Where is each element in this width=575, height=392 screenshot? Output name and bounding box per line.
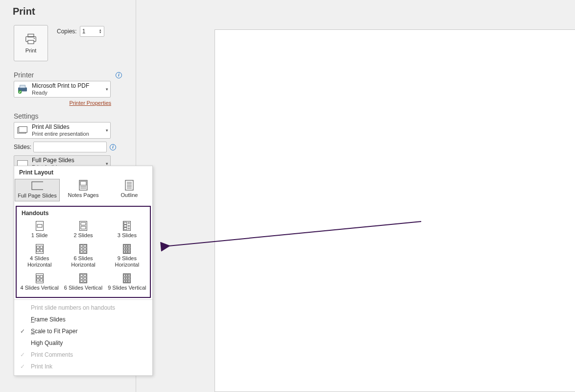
handout-6-horizontal[interactable]: 6 Slides Horizontal xyxy=(61,242,105,271)
handout-6h-icon xyxy=(78,244,89,254)
svg-rect-48 xyxy=(124,245,125,247)
info-icon[interactable]: i xyxy=(116,72,122,78)
svg-rect-59 xyxy=(40,275,43,278)
info-icon[interactable]: i xyxy=(110,144,116,150)
handout-3-icon xyxy=(121,220,132,231)
svg-rect-65 xyxy=(80,277,83,279)
opt-print-ink: ✓ Print Ink xyxy=(14,361,152,372)
svg-rect-57 xyxy=(36,274,43,283)
svg-rect-70 xyxy=(124,274,125,276)
svg-rect-56 xyxy=(128,251,130,253)
opt-scale-to-fit[interactable]: ✓ Scale to Fit Paper xyxy=(14,325,152,337)
check-icon: ✓ xyxy=(20,328,25,335)
svg-rect-73 xyxy=(124,277,125,279)
printer-ready-icon xyxy=(17,85,28,94)
handout-6v-icon xyxy=(78,273,89,284)
full-page-slides-icon xyxy=(31,181,43,191)
handout-4-horizontal[interactable]: 4 Slides Horizontal xyxy=(18,242,61,271)
chevron-down-icon: ▾ xyxy=(106,128,108,133)
svg-rect-24 xyxy=(81,226,86,229)
printer-properties-link[interactable]: Printer Properties xyxy=(69,100,111,106)
svg-rect-2 xyxy=(28,40,34,44)
handout-4-vertical[interactable]: 4 Slides Vertical xyxy=(18,271,61,294)
svg-rect-64 xyxy=(84,274,86,276)
opt-high-quality[interactable]: High Quality xyxy=(14,337,152,349)
print-button-label: Print xyxy=(25,48,37,53)
handout-9-horizontal[interactable]: 9 Slides Horizontal xyxy=(105,242,149,271)
print-button[interactable]: Print xyxy=(14,25,48,61)
layout-outline[interactable]: Outline xyxy=(107,179,152,201)
check-icon: ✓ xyxy=(20,351,25,358)
handout-4h-icon xyxy=(34,244,45,254)
slides-label: Slides: xyxy=(14,144,31,150)
handout-2-slides[interactable]: 2 Slides xyxy=(61,219,105,242)
svg-rect-45 xyxy=(80,251,83,253)
svg-rect-37 xyxy=(40,246,43,248)
layout-notes-pages[interactable]: Notes Pages xyxy=(61,179,106,201)
printer-dropdown[interactable]: Microsoft Print to PDF Ready ▾ xyxy=(14,81,111,98)
print-layout-label: Print Layout xyxy=(14,166,152,178)
copies-label: Copies: xyxy=(57,28,77,35)
svg-rect-38 xyxy=(37,249,39,252)
handouts-highlight-box: Handouts 1 Slide 2 Slides 3 Slides xyxy=(16,206,151,298)
svg-rect-43 xyxy=(80,248,83,250)
svg-rect-68 xyxy=(84,280,86,282)
handout-1-slide[interactable]: 1 Slide xyxy=(18,219,61,242)
svg-rect-77 xyxy=(126,280,128,282)
printer-section-header: Printer i xyxy=(14,71,122,79)
svg-rect-23 xyxy=(81,222,86,225)
layout-full-page-slides[interactable]: Full Page Slides xyxy=(15,179,60,201)
svg-rect-54 xyxy=(124,251,125,253)
printer-name: Microsoft Print to PDF xyxy=(32,82,89,89)
settings-section-header: Settings xyxy=(14,112,122,120)
svg-rect-26 xyxy=(124,222,127,224)
handout-9h-icon xyxy=(121,244,132,254)
handouts-label: Handouts xyxy=(17,207,150,219)
copies-value: 1 xyxy=(82,28,86,35)
svg-rect-21 xyxy=(37,224,42,227)
outline-icon xyxy=(123,180,135,190)
svg-rect-53 xyxy=(128,248,130,250)
svg-rect-69 xyxy=(123,274,131,283)
handout-6-vertical[interactable]: 6 Slides Vertical xyxy=(61,271,105,294)
print-range-dropdown[interactable]: Print All Slides Print entire presentati… xyxy=(14,122,111,139)
svg-rect-44 xyxy=(84,248,86,250)
svg-rect-71 xyxy=(126,274,128,276)
svg-rect-61 xyxy=(40,279,43,281)
svg-rect-76 xyxy=(124,280,125,282)
svg-rect-35 xyxy=(36,245,43,254)
svg-rect-8 xyxy=(19,126,27,132)
check-icon: ✓ xyxy=(20,363,25,370)
svg-rect-39 xyxy=(40,249,43,252)
copies-stepper[interactable]: 1 ▲▼ xyxy=(80,26,104,37)
svg-rect-50 xyxy=(128,245,130,247)
layout-flyout-menu: Print Layout Full Page Slides Notes Page… xyxy=(14,166,153,376)
svg-rect-47 xyxy=(123,245,131,254)
handout-2-icon xyxy=(78,220,89,231)
slides-input[interactable] xyxy=(33,142,107,152)
handout-3-slides[interactable]: 3 Slides xyxy=(105,219,149,242)
stepper-arrows[interactable]: ▲▼ xyxy=(99,29,102,34)
svg-rect-32 xyxy=(124,228,127,230)
opt-print-comments: ✓ Print Comments xyxy=(14,349,152,361)
svg-rect-11 xyxy=(80,181,86,185)
print-preview-pane xyxy=(136,0,575,392)
svg-rect-49 xyxy=(126,245,128,247)
preview-sheet xyxy=(215,29,575,392)
svg-rect-42 xyxy=(84,245,86,247)
page-title: Print xyxy=(13,6,122,17)
opt-frame-slides[interactable]: Frame Slides xyxy=(14,314,152,325)
slides-stack-icon xyxy=(17,126,28,135)
svg-point-3 xyxy=(34,38,35,39)
svg-rect-52 xyxy=(126,248,128,250)
svg-rect-5 xyxy=(20,85,25,88)
handout-1-icon xyxy=(34,220,45,231)
layout-options-list: Print slide numbers on handouts Frame Sl… xyxy=(14,299,152,375)
handout-9-vertical[interactable]: 9 Slides Vertical xyxy=(105,271,149,294)
svg-rect-29 xyxy=(124,225,127,227)
svg-rect-72 xyxy=(128,274,130,276)
svg-rect-78 xyxy=(128,280,130,282)
svg-rect-9 xyxy=(32,182,43,190)
handout-4v-icon xyxy=(34,273,45,284)
svg-rect-74 xyxy=(126,277,128,279)
